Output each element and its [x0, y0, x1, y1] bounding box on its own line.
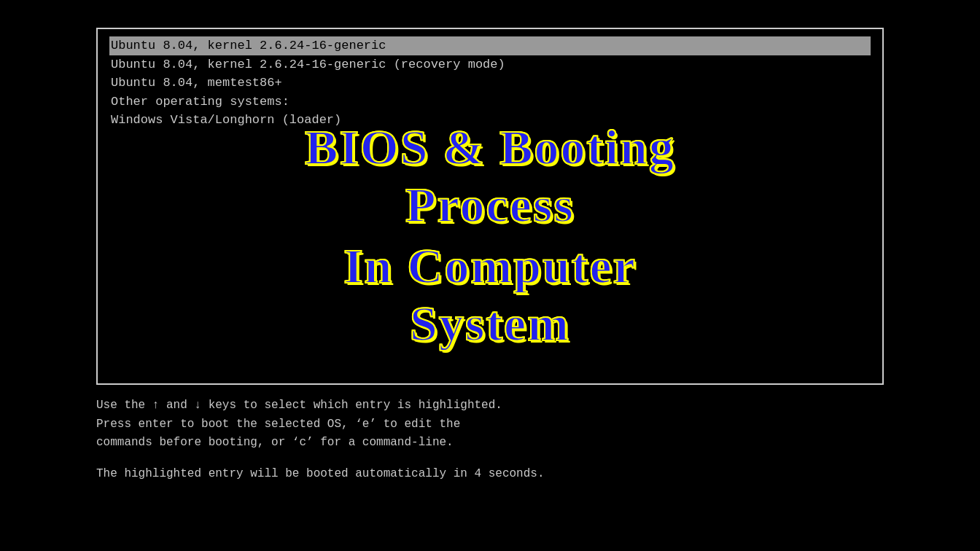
grub-menu-item-selected[interactable]: Ubuntu 8.04, kernel 2.6.24-16-generic: [109, 36, 871, 55]
grub-menu-item-4[interactable]: Windows Vista/Longhorn (loader): [109, 111, 871, 130]
title-line2: In Computer System: [294, 238, 686, 353]
title-overlay: BIOS & Booting Process In Computer Syste…: [294, 119, 686, 353]
footer-line2: Press enter to boot the selected OS, ‘e’…: [96, 415, 884, 434]
grub-menu: Ubuntu 8.04, kernel 2.6.24-16-generic Ub…: [109, 36, 871, 130]
grub-menu-item-3: Other operating systems:: [109, 93, 871, 112]
auto-boot-message: The highlighted entry will be booted aut…: [96, 467, 884, 480]
grub-box: Ubuntu 8.04, kernel 2.6.24-16-generic Ub…: [96, 28, 884, 385]
footer-line3: commands before booting, or ‘c’ for a co…: [96, 434, 884, 453]
grub-footer: Use the ↑ and ↓ keys to select which ent…: [96, 385, 884, 453]
screen-container: Ubuntu 8.04, kernel 2.6.24-16-generic Ub…: [52, 28, 928, 523]
grub-menu-item-1[interactable]: Ubuntu 8.04, kernel 2.6.24-16-generic (r…: [109, 55, 871, 74]
title-line1: BIOS & Booting Process: [294, 119, 686, 234]
grub-menu-item-2[interactable]: Ubuntu 8.04, memtest86+: [109, 74, 871, 93]
footer-line1: Use the ↑ and ↓ keys to select which ent…: [96, 396, 884, 415]
